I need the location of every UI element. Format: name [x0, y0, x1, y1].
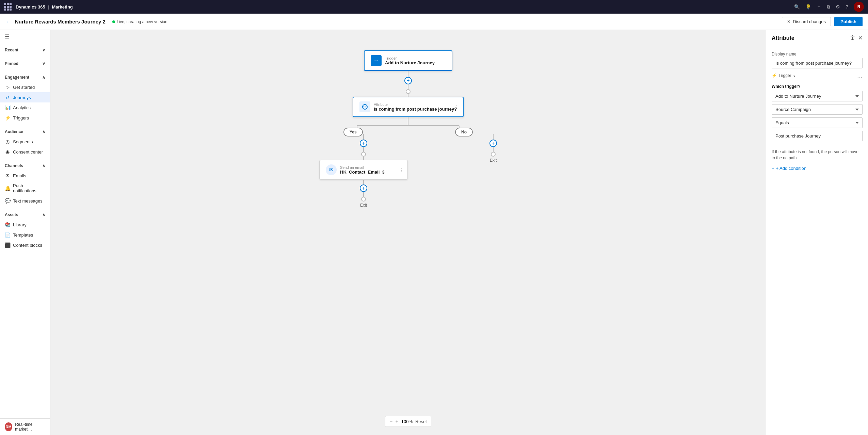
yes-line3 [363, 157, 364, 160]
hamburger-button[interactable]: ☰ [0, 30, 50, 43]
right-panel-icon-group: 🗑 ✕ [850, 35, 863, 41]
yes-line4 [363, 180, 364, 184]
yes-circle2 [361, 197, 366, 202]
add-icon: + [772, 166, 774, 171]
email-label-small: Send an email [340, 165, 385, 170]
trigger-lightning-icon: ⚡ [772, 73, 777, 78]
engagement-header[interactable]: Engagement ∧ [0, 72, 50, 82]
value-input[interactable] [772, 131, 863, 141]
subheader-actions: ✕ Discard changes Publish [782, 17, 863, 26]
sidebar-item-journeys[interactable]: ⇄ Journeys [0, 92, 50, 102]
triggers-icon: ⚡ [5, 115, 10, 120]
attribute-node[interactable]: Attribute Is coming from post purchase j… [353, 97, 464, 117]
zoom-controls: − + 100% Reset [385, 416, 431, 427]
search-icon[interactable]: 🔍 [794, 4, 800, 10]
attr-label-small: Attribute [374, 102, 457, 107]
sidebar-item-emails[interactable]: ✉ Emails [0, 171, 50, 181]
journey-canvas: → Trigger Add to Nurture Journey + [50, 30, 766, 435]
svg-point-0 [363, 104, 367, 109]
add-condition-button[interactable]: + + Add condition [772, 166, 806, 171]
journey-title: Nurture Rewards Members Journey 2 [15, 19, 106, 25]
sidebar-item-analytics[interactable]: 📊 Analytics [0, 102, 50, 113]
zoom-minus-button[interactable]: − [389, 418, 392, 424]
segments-icon: ◎ [5, 139, 10, 144]
canvas-area[interactable]: → Trigger Add to Nurture Journey + [50, 30, 766, 435]
right-panel-body: Display name ⚡ Trigger ∨ ⋯ Which trigger… [766, 46, 868, 435]
sidebar-bottom[interactable]: RM Real-time marketi... [0, 418, 50, 435]
sidebar-item-templates[interactable]: 📄 Templates [0, 230, 50, 240]
push-icon: 🔔 [5, 186, 10, 191]
engagement-section: Engagement ∧ ▷ Get started ⇄ Journeys 📊 … [0, 70, 50, 125]
recent-header[interactable]: Recent ∨ [0, 45, 50, 55]
settings-icon[interactable]: ⚙ [836, 4, 840, 10]
info-text: If the attribute is not found, the perso… [772, 149, 863, 161]
sidebar-item-triggers[interactable]: ⚡ Triggers [0, 113, 50, 123]
emails-icon: ✉ [5, 173, 10, 178]
sidebar-item-getstarted[interactable]: ▷ Get started [0, 82, 50, 92]
status-area: Live, creating a new version [112, 19, 167, 24]
trigger-row: ⚡ Trigger ∨ ⋯ [772, 73, 863, 81]
branch-container: Yes No + [50, 117, 766, 208]
trigger-select[interactable]: Add to Nurture Journey [772, 91, 863, 101]
no-plus-button[interactable]: + [489, 140, 497, 147]
source-campaign-select[interactable]: Source Campaign [772, 104, 863, 115]
publish-button[interactable]: Publish [834, 17, 863, 26]
sidebar-item-push[interactable]: 🔔 Push notifications [0, 181, 50, 196]
yes-plus-button-2[interactable]: + [360, 184, 367, 192]
sidebar-item-text[interactable]: 💬 Text messages [0, 196, 50, 206]
app-logo: Dynamics 365 | Marketing [16, 4, 73, 10]
email-icon: ✉ [326, 164, 337, 175]
discard-x-icon: ✕ [787, 19, 791, 24]
no-line2 [493, 147, 494, 152]
analytics-icon: 📊 [5, 105, 10, 110]
back-button[interactable]: ← [5, 19, 11, 25]
audience-header[interactable]: Audience ∧ [0, 127, 50, 136]
line3 [408, 94, 408, 97]
sidebar-item-segments[interactable]: ◎ Segments [0, 136, 50, 147]
sidebar-item-consent[interactable]: ◉ Consent center [0, 147, 50, 157]
consent-icon: ◉ [5, 149, 10, 155]
right-panel: Attribute 🗑 ✕ Display name ⚡ Trigger ∨ ⋯… [766, 30, 868, 435]
status-text: Live, creating a new version [117, 19, 167, 24]
add-icon[interactable]: ＋ [817, 4, 821, 10]
display-name-label: Display name [772, 52, 863, 57]
sidebar-item-library[interactable]: 📚 Library [0, 220, 50, 230]
close-icon[interactable]: ✕ [858, 35, 863, 41]
zoom-reset-button[interactable]: Reset [415, 419, 427, 424]
org-name: Real-time marketi... [15, 422, 45, 432]
trigger-node[interactable]: → Trigger Add to Nurture Journey [364, 50, 452, 71]
trigger-label-main: Add to Nurture Journey [385, 60, 435, 65]
sidebar-item-content-blocks[interactable]: ⬛ Content blocks [0, 240, 50, 250]
grid-icon[interactable] [4, 3, 12, 11]
trigger-badge-button[interactable]: ⚡ Trigger ∨ [772, 73, 795, 78]
filter-icon[interactable]: ⧉ [827, 4, 830, 10]
pinned-header[interactable]: Pinned ∨ [0, 59, 50, 68]
pinned-section: Pinned ∨ [0, 57, 50, 70]
channels-header[interactable]: Channels ∧ [0, 161, 50, 171]
content-blocks-icon: ⬛ [5, 242, 10, 248]
topbar: Dynamics 365 | Marketing 🔍 💡 ＋ ⧉ ⚙ ? R [0, 0, 868, 14]
equals-select[interactable]: Equals [772, 117, 863, 128]
email-more-button[interactable]: ⋮ [399, 167, 404, 173]
trash-icon[interactable]: 🗑 [850, 35, 855, 41]
circle1 [406, 89, 411, 94]
discard-button[interactable]: ✕ Discard changes [782, 17, 831, 26]
getstarted-icon: ▷ [5, 84, 10, 90]
zoom-plus-button[interactable]: + [395, 418, 398, 424]
help-icon[interactable]: ? [846, 4, 848, 10]
topbar-right: 🔍 💡 ＋ ⧉ ⚙ ? R [794, 2, 864, 12]
email-node[interactable]: ✉ Send an email HK_Contact_Email_3 ⋮ [319, 160, 408, 180]
trigger-node-labels: Trigger Add to Nurture Journey [385, 56, 435, 65]
no-oval: No [455, 129, 473, 134]
which-trigger-label: Which trigger? [772, 84, 863, 89]
trigger-options-button[interactable]: ⋯ [857, 74, 863, 80]
attr-label-main: Is coming from post purchase journey? [374, 107, 457, 112]
user-avatar[interactable]: R [854, 2, 864, 12]
attribute-more-button[interactable]: ⋮ [454, 104, 460, 110]
display-name-input[interactable] [772, 58, 863, 68]
yes-plus-button[interactable]: + [360, 140, 367, 147]
plus-button-1[interactable]: + [404, 77, 412, 84]
templates-icon: 📄 [5, 232, 10, 238]
lightbulb-icon[interactable]: 💡 [805, 4, 811, 10]
assets-header[interactable]: Assets ∧ [0, 210, 50, 220]
